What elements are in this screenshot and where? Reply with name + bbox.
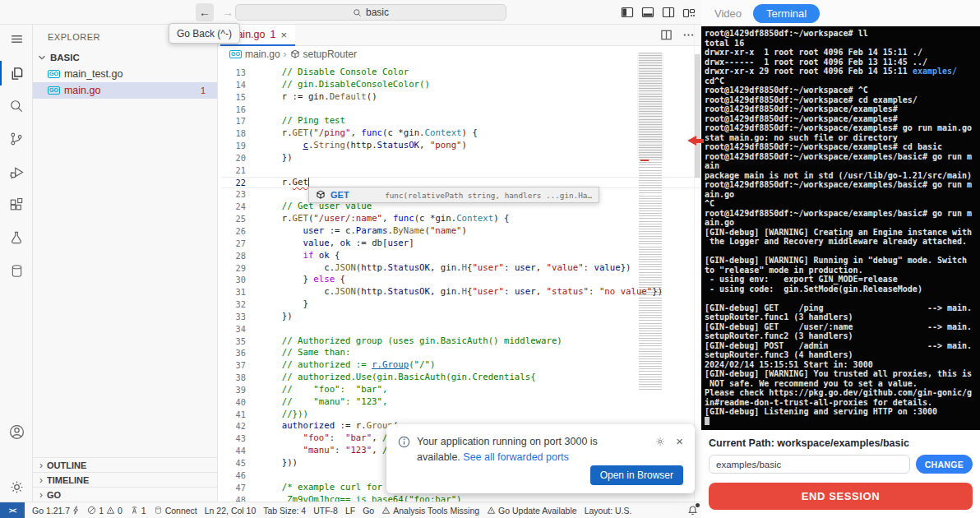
layout-item[interactable]: Layout: U.S.: [585, 506, 632, 516]
section-timeline[interactable]: ›TIMELINE: [33, 472, 217, 487]
customize-layout-icon[interactable]: [682, 6, 696, 19]
notification-close-icon[interactable]: ×: [676, 436, 683, 446]
code-line[interactable]: 37 // authorized := r.Group("/"): [221, 359, 701, 372]
notification-settings-gear-icon[interactable]: [654, 436, 666, 447]
section-outline[interactable]: ›OUTLINE: [33, 457, 217, 472]
code-line[interactable]: 26 user := c.Params.ByName("name"): [221, 225, 701, 238]
suggestion-label[interactable]: GET: [331, 190, 349, 200]
more-actions-icon[interactable]: [682, 29, 695, 41]
remote-indicator[interactable]: ><: [0, 502, 25, 518]
breadcrumb-file[interactable]: main.go: [245, 49, 280, 60]
sidebar-item-source-control[interactable]: [0, 125, 33, 153]
code-line[interactable]: 36 // Same than:: [221, 347, 701, 359]
go-back-button[interactable]: ←: [196, 3, 214, 21]
go-forward-button[interactable]: →: [219, 3, 237, 21]
sidebar-item-extensions[interactable]: [0, 191, 33, 219]
code-line[interactable]: 38 // authorized.Use(gin.BasicAuth(gin.C…: [221, 372, 701, 384]
code-line[interactable]: 48 Zm9vOmJhcg== is base64("foo:bar"): [221, 494, 701, 502]
code-line[interactable]: 35 // Authorized group (uses gin.BasicAu…: [221, 335, 701, 348]
code-line[interactable]: 28 if ok {: [221, 250, 701, 262]
breadcrumb-symbol[interactable]: setupRouter: [303, 49, 357, 60]
eol-item[interactable]: LF: [345, 506, 355, 516]
encoding-item[interactable]: UTF-8: [313, 506, 338, 516]
close-icon[interactable]: ×: [280, 29, 287, 41]
code-line[interactable]: 14 // gin.DisableConsoleColor(): [221, 79, 701, 91]
split-editor-icon[interactable]: [660, 29, 673, 41]
go-update-item[interactable]: Go Update Available: [487, 506, 577, 516]
toggle-secondary-sidebar-icon[interactable]: [662, 6, 675, 19]
cursor-position-item[interactable]: Ln 22, Col 10: [205, 506, 256, 516]
settings-button[interactable]: [0, 473, 33, 501]
go-version-item[interactable]: Go 1.21.7: [32, 506, 80, 516]
code-line[interactable]: 39 // "foo": "bar",: [221, 384, 701, 396]
sidebar-item-run-debug[interactable]: [0, 158, 33, 186]
line-number: 37: [221, 359, 246, 372]
files-icon: [8, 65, 25, 82]
code-line[interactable]: 20 }): [221, 152, 701, 164]
sidebar-item-search[interactable]: [0, 92, 33, 120]
scrollbar-thumb[interactable]: [695, 54, 700, 178]
code-line[interactable]: 40 // "manu": "123",: [221, 396, 701, 409]
code-line[interactable]: 27 value, ok := db[user]: [221, 238, 701, 250]
breadcrumb[interactable]: GO main.go › setupRouter: [218, 46, 701, 62]
git-branch-icon: [8, 131, 25, 147]
terminal-output[interactable]: root@1429df8850df:~/workspace# lltotal 1…: [701, 26, 980, 430]
code-line[interactable]: 15 r := gin.Default(): [221, 91, 701, 104]
code-line[interactable]: 33 }): [221, 311, 701, 323]
autocomplete-popup[interactable]: GET func(relativePath string, handlers .…: [308, 187, 599, 203]
line-number: 25: [221, 213, 246, 225]
code-line[interactable]: 21: [221, 164, 701, 177]
path-input[interactable]: [709, 455, 910, 474]
line-number: 14: [221, 79, 246, 91]
line-number: 24: [221, 201, 246, 213]
line-number: 18: [221, 127, 246, 140]
section-label: OUTLINE: [47, 460, 86, 470]
go-file-icon: GO: [48, 70, 60, 78]
terminal-line: root@1429df8850df:~/workspace# cd exampl…: [705, 95, 977, 105]
sidebar-item-explorer[interactable]: [0, 59, 33, 87]
command-center-search[interactable]: basic: [235, 4, 506, 21]
ports-item[interactable]: 1: [130, 506, 146, 516]
end-session-button[interactable]: END SESSION: [709, 483, 973, 510]
change-path-button[interactable]: CHANGE: [916, 455, 973, 474]
open-in-browser-button[interactable]: Open in Browser: [590, 465, 683, 485]
code-line[interactable]: 16: [221, 104, 701, 116]
toggle-panel-icon[interactable]: [641, 6, 654, 19]
language-item[interactable]: Go: [363, 506, 374, 516]
code-line[interactable]: 29 c.JSON(http.StatusOK, gin.H{"user": u…: [221, 262, 701, 275]
tab-video[interactable]: Video: [714, 7, 742, 20]
problems-item[interactable]: 1 0: [87, 506, 122, 516]
tab-size-item[interactable]: Tab Size: 4: [263, 506, 306, 516]
code-line[interactable]: 18 r.GET("/ping", func(c *gin.Context) {: [221, 127, 701, 140]
code-line[interactable]: 32 }: [221, 298, 701, 311]
line-number: 42: [221, 420, 246, 432]
account-button[interactable]: [0, 418, 33, 446]
section-go[interactable]: ›GO: [33, 487, 217, 502]
analysis-tools-item[interactable]: Analysis Tools Missing: [381, 506, 479, 516]
minimap[interactable]: [639, 53, 662, 390]
code-line[interactable]: 25 r.GET("/user/:name", func(c *gin.Cont…: [221, 213, 701, 225]
code-line[interactable]: 19 c.String(http.StatusOK, "pong"): [221, 140, 701, 152]
tab-terminal[interactable]: Terminal: [753, 4, 820, 23]
file-item-main-test-go[interactable]: GO main_test.go: [33, 66, 217, 82]
connect-item[interactable]: Connect: [154, 506, 197, 516]
code-line[interactable]: 31 c.JSON(http.StatusOK, gin.H{"user": u…: [221, 286, 701, 298]
line-number: 33: [221, 311, 246, 323]
editor-scrollbar[interactable]: [694, 25, 701, 502]
menu-button[interactable]: [0, 25, 33, 53]
code-line[interactable]: 41 //})): [221, 409, 701, 421]
sidebar-item-database[interactable]: [0, 257, 33, 284]
folder-basic[interactable]: BASIC: [33, 49, 217, 66]
line-number: 19: [221, 140, 246, 152]
file-item-main-go[interactable]: GO main.go 1: [33, 82, 217, 99]
forwarded-ports-link[interactable]: See all forwarded ports: [463, 451, 569, 463]
code-line[interactable]: 13 // Disable Console Color: [221, 67, 701, 79]
code-line[interactable]: 34: [221, 323, 701, 335]
toggle-primary-sidebar-icon[interactable]: [621, 6, 634, 19]
sidebar-item-testing[interactable]: [0, 224, 33, 252]
code-line[interactable]: 30 } else {: [221, 274, 701, 286]
notifications-bell[interactable]: [687, 505, 698, 516]
go-back-tooltip: Go Back (^-): [169, 23, 240, 44]
terminal-line: [705, 417, 977, 427]
code-line[interactable]: 17 // Ping test: [221, 115, 701, 127]
